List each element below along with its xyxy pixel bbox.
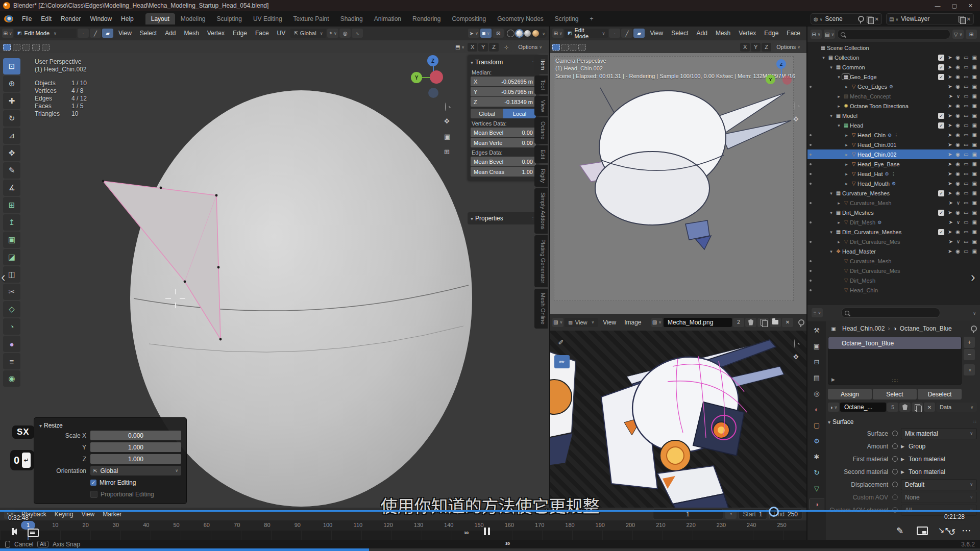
mean-bevel-field[interactable]: Mean Bevel0.00	[471, 157, 536, 166]
pin-icon[interactable]	[798, 319, 804, 325]
tool-extrude[interactable]: ↥	[3, 214, 20, 231]
skip-forward-button[interactable]: ↻30	[503, 538, 980, 548]
render-visibility-icon[interactable]: ▣	[972, 190, 977, 196]
captions-icon[interactable]	[28, 529, 39, 537]
eye-open-icon[interactable]: ◉	[955, 113, 960, 118]
render-visibility-icon[interactable]: ▣	[972, 142, 977, 147]
shading-material-icon[interactable]	[524, 30, 531, 37]
more-options-icon[interactable]: ⋯	[962, 524, 971, 536]
global-button[interactable]: Global	[471, 109, 503, 118]
outliner-row-head-chin-001[interactable]: ▸▽Head_Chin.001➤◉▭▣	[807, 140, 980, 149]
mode-dropdown[interactable]: ◩ Edit Mode	[565, 29, 608, 38]
viewport-menu-vertex[interactable]: Vertex	[203, 28, 229, 38]
edit-overlay-icon[interactable]: ✎	[896, 525, 903, 536]
tool-shrink-fatten[interactable]: ◉	[3, 370, 20, 387]
viewport-visibility-icon[interactable]: ▭	[964, 239, 968, 244]
mean-creas-field[interactable]: Mean Creas1.00	[471, 167, 536, 177]
second-material-value[interactable]: Toon material	[909, 468, 945, 475]
delete-viewlayer-icon[interactable]: ✕	[967, 16, 971, 22]
disclosure-icon[interactable]: ▾	[828, 210, 835, 215]
camera-menu-add[interactable]: Add	[693, 28, 712, 38]
material-slot-item[interactable]: Octane_Toon_Blue	[828, 337, 961, 349]
selectable-icon[interactable]: ➤	[948, 152, 952, 157]
decorator-icon[interactable]	[892, 482, 898, 487]
render-visibility-icon[interactable]: ▣	[972, 229, 977, 235]
eye-closed-icon[interactable]: ∨	[957, 93, 960, 99]
image-browse-icon[interactable]: ▨	[651, 318, 663, 327]
axis-toggle-x[interactable]: X	[740, 43, 750, 52]
tool-inset-faces[interactable]: ▣	[3, 232, 20, 248]
eye-open-icon[interactable]: ◉	[955, 171, 960, 177]
selectable-icon[interactable]: ➤	[948, 161, 952, 167]
show-overlays-button[interactable]: ◙	[480, 29, 492, 38]
volume-icon[interactable]	[12, 529, 17, 535]
slot-specials-icon[interactable]: ▶	[831, 377, 835, 382]
disclosure-icon[interactable]: ▾	[828, 249, 835, 254]
eye-open-icon[interactable]: ◉	[955, 248, 960, 254]
sidebar-tab-simply-addons[interactable]: Simply Addons	[534, 188, 548, 234]
decorator-icon[interactable]	[892, 443, 898, 449]
tab-plus[interactable]: +	[584, 13, 599, 24]
outliner-row-dirt-curvature-mes[interactable]: ▽Dirt_Curvature_Mes	[807, 266, 980, 276]
outliner-row-common[interactable]: ▾▦Common✓➤◉▭▣	[807, 62, 980, 72]
viewport-visibility-icon[interactable]: ▭	[964, 210, 968, 215]
render-visibility-icon[interactable]: ▣	[972, 171, 977, 177]
shading-wireframe-icon[interactable]	[507, 30, 514, 37]
shading-rendered-icon[interactable]	[532, 30, 539, 37]
selectable-icon[interactable]: ➤	[948, 103, 952, 109]
shading-solid-icon[interactable]	[516, 30, 523, 37]
viewport-visibility-icon[interactable]: ▭	[964, 84, 968, 89]
selectmode-subtract-button[interactable]	[22, 44, 30, 51]
render-visibility-icon[interactable]: ▣	[972, 132, 977, 138]
render-visibility-icon[interactable]: ▣	[972, 239, 977, 244]
exclude-checkbox[interactable]: ✓	[938, 210, 944, 216]
selectable-icon[interactable]: ➤	[948, 190, 952, 196]
mean-verte-field[interactable]: Mean Verte0.00	[471, 138, 536, 147]
first-material-value[interactable]: Toon material	[909, 456, 945, 463]
display-mode-dropdown[interactable]: ▨ View	[565, 318, 598, 327]
outliner-row-head-chin[interactable]: ▸▽Head_Chin⚙⋮➤◉▭▣	[807, 130, 980, 140]
viewport-visibility-icon[interactable]: ▭	[964, 55, 968, 60]
tab-world[interactable]: ◐	[810, 404, 824, 415]
slot-specials-dropdown[interactable]	[964, 364, 975, 375]
outliner-row-curvature-mesh[interactable]: ▽Curvature_Mesh	[807, 256, 980, 266]
resize-orientation-dropdown[interactable]: ⇱ Global	[90, 466, 181, 475]
viewport-visibility-icon[interactable]: ▭	[964, 132, 968, 138]
sidebar-tab-plating-generator[interactable]: Plating Generator	[534, 235, 548, 287]
render-visibility-icon[interactable]: ▣	[972, 103, 977, 109]
tab-uv-editing[interactable]: UV Editing	[248, 13, 288, 24]
selectmode-invert-button[interactable]	[32, 44, 40, 51]
proportional-editing-button[interactable]: ◎	[339, 29, 351, 38]
decorator-icon[interactable]	[892, 456, 898, 462]
tool-spin[interactable]: ◔	[3, 318, 20, 335]
maximize-button[interactable]: ▢	[951, 3, 957, 9]
viewport-visibility-icon[interactable]: ▭	[964, 93, 968, 99]
viewlayer-selector[interactable]: ▤ ViewLayer ✕	[886, 13, 974, 24]
eye-open-icon[interactable]: ◉	[955, 152, 960, 157]
assign-button[interactable]: Assign	[828, 389, 872, 399]
tab-layout[interactable]: Layout	[145, 13, 175, 24]
outliner-row-curvature-meshes[interactable]: ▾▦Curvature_Meshes✓➤◉▭▣	[807, 188, 980, 198]
selectmode-new-button[interactable]	[3, 44, 11, 51]
selectable-icon[interactable]: ➤	[948, 93, 952, 99]
eye-open-icon[interactable]: ◉	[955, 74, 960, 80]
outliner-row-head[interactable]: ▾▦Head✓➤◉▭▣	[807, 120, 980, 130]
selectmode-subtract-button[interactable]	[570, 44, 577, 51]
collapse-icon[interactable]	[39, 422, 42, 429]
tool-cursor[interactable]: ⊕	[3, 76, 20, 92]
tab-scene[interactable]: ◎	[810, 388, 824, 399]
eye-open-icon[interactable]: ◉	[955, 64, 960, 70]
amount-value[interactable]: Group	[909, 443, 925, 450]
selectable-icon[interactable]: ➤	[948, 171, 952, 177]
camera-menu-select[interactable]: Select	[667, 28, 692, 38]
median-y-field[interactable]: Y-0.057965 m	[471, 87, 536, 96]
camera-view-icon[interactable]: ▣	[444, 133, 450, 140]
render-visibility-icon[interactable]: ▣	[972, 210, 977, 215]
tool-poly-build[interactable]: ◇	[3, 301, 20, 317]
mirror-editing-checkbox[interactable]: ✓	[90, 480, 96, 486]
camera-canvas[interactable]: Camera Perspective (1) Head_Chin.002 Sce…	[550, 53, 806, 314]
video-seek-handle[interactable]	[769, 507, 779, 517]
viewport-visibility-icon[interactable]: ▭	[964, 248, 968, 254]
viewport-menu-view[interactable]: View	[114, 28, 136, 38]
selectmode-new-button[interactable]	[552, 44, 560, 51]
